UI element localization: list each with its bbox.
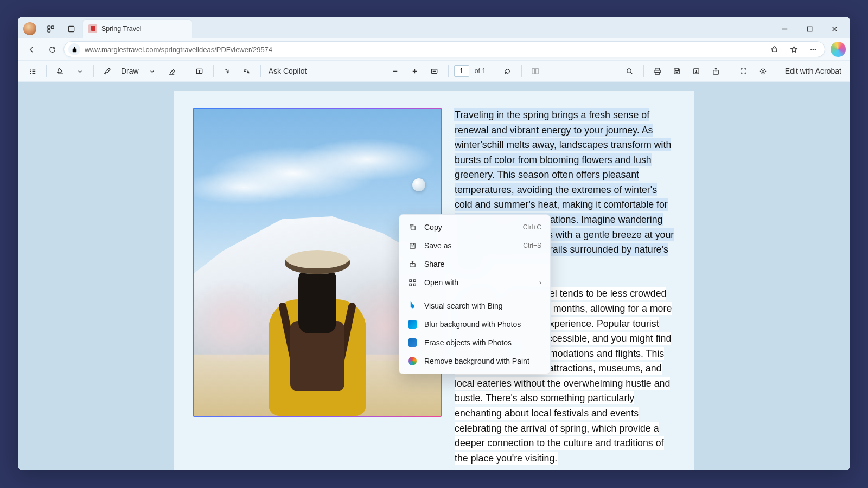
svg-rect-3 (68, 26, 74, 31)
settings-icon[interactable] (755, 63, 771, 79)
tab-bar: Spring Travel (18, 17, 850, 38)
bing-icon (408, 301, 417, 310)
photos-app-icon (408, 338, 417, 347)
chevron-down-icon[interactable] (72, 63, 88, 79)
paint-app-icon (408, 357, 417, 365)
svg-rect-24 (409, 279, 411, 281)
svg-point-8 (815, 49, 816, 50)
rotate-icon[interactable] (500, 63, 516, 79)
svg-point-20 (762, 70, 764, 72)
window-close-button[interactable] (822, 20, 847, 37)
shortcut-label: Ctrl+S (523, 242, 541, 249)
url-text: www.margiestravel.com/springtravelideas/… (85, 46, 272, 54)
save-as-icon[interactable] (688, 63, 705, 79)
svg-rect-5 (72, 49, 76, 52)
svg-rect-0 (47, 25, 50, 28)
fullscreen-icon[interactable] (736, 63, 752, 79)
pdf-toolbar: Draw Ask Copilot of 1 (18, 60, 850, 82)
menu-open-with[interactable]: Open with › (399, 273, 550, 292)
save-icon (408, 241, 417, 250)
share-icon[interactable] (708, 63, 724, 79)
refresh-button[interactable] (43, 41, 61, 58)
pdf-favicon-icon (88, 24, 97, 33)
shortcut-label: Ctrl+C (523, 223, 541, 231)
chevron-down-icon[interactable] (144, 63, 161, 79)
address-bar: www.margiestravel.com/springtravelideas/… (18, 38, 850, 60)
window-minimize-button[interactable] (772, 20, 797, 37)
copilot-icon[interactable] (831, 42, 846, 57)
window-maximize-button[interactable] (797, 20, 822, 37)
svg-rect-11 (532, 68, 535, 73)
share-icon (408, 260, 417, 268)
svg-rect-21 (411, 226, 415, 230)
svg-point-6 (810, 49, 812, 50)
favorites-icon[interactable] (784, 41, 803, 58)
chevron-right-icon: › (539, 279, 541, 286)
menu-separator (399, 294, 550, 294)
svg-rect-2 (47, 29, 50, 32)
svg-rect-4 (807, 27, 812, 31)
shopping-icon[interactable] (765, 41, 783, 58)
draw-pen-icon[interactable] (99, 63, 116, 79)
image-context-menu: Copy Ctrl+C Save as Ctrl+S Share Open wi… (399, 214, 551, 374)
tab-spring-travel[interactable]: Spring Travel (83, 20, 192, 38)
svg-rect-12 (535, 68, 538, 73)
visual-search-cursor-icon (412, 178, 425, 191)
svg-rect-16 (655, 72, 660, 74)
search-icon[interactable] (622, 63, 638, 79)
save-icon[interactable] (669, 63, 685, 79)
tab-title: Spring Travel (101, 25, 173, 33)
menu-visual-search-bing[interactable]: Visual search with Bing (399, 297, 550, 315)
photos-app-icon (408, 320, 417, 329)
tab-actions-icon[interactable] (62, 21, 80, 36)
back-button[interactable] (22, 41, 41, 58)
ask-copilot-button[interactable]: Ask Copilot (266, 67, 309, 75)
fit-width-icon[interactable] (426, 63, 443, 79)
page-total-label: of 1 (473, 67, 488, 75)
page-number-input[interactable] (454, 65, 469, 77)
new-tab-button[interactable] (195, 21, 211, 37)
workspaces-icon[interactable] (42, 21, 59, 36)
read-aloud-icon[interactable] (219, 63, 235, 79)
table-of-contents-icon[interactable] (24, 63, 41, 79)
text-box-icon[interactable] (192, 63, 208, 79)
menu-copy[interactable]: Copy Ctrl+C (399, 218, 550, 236)
erase-icon[interactable] (164, 63, 180, 79)
menu-share[interactable]: Share (399, 255, 550, 273)
print-icon[interactable] (649, 63, 666, 79)
omnibox[interactable]: www.margiestravel.com/springtravelideas/… (63, 41, 825, 57)
menu-save-as[interactable]: Save as Ctrl+S (399, 236, 550, 255)
svg-point-7 (813, 49, 814, 50)
zoom-out-button[interactable] (387, 63, 404, 79)
site-info-icon[interactable] (68, 43, 80, 55)
draw-label[interactable]: Draw (119, 67, 141, 75)
copy-icon (408, 223, 417, 232)
menu-blur-background-photos[interactable]: Blur background with Photos (399, 315, 550, 333)
menu-remove-background-paint[interactable]: Remove background with Paint (399, 352, 550, 370)
edit-with-acrobat-button[interactable]: Edit with Acrobat (783, 67, 844, 75)
tab-close-icon[interactable] (177, 24, 186, 33)
zoom-in-button[interactable] (407, 63, 423, 79)
menu-erase-objects-photos[interactable]: Erase objects with Photos (399, 333, 550, 352)
page-view-icon[interactable] (527, 63, 544, 79)
more-icon[interactable] (804, 41, 822, 58)
svg-rect-27 (413, 284, 416, 286)
svg-point-13 (627, 68, 631, 73)
svg-rect-25 (413, 279, 416, 281)
svg-rect-1 (51, 25, 54, 28)
translate-icon[interactable] (239, 63, 255, 79)
highlight-icon[interactable] (52, 63, 68, 79)
open-with-icon (408, 278, 417, 287)
svg-rect-26 (409, 284, 411, 286)
profile-avatar[interactable] (23, 22, 36, 35)
